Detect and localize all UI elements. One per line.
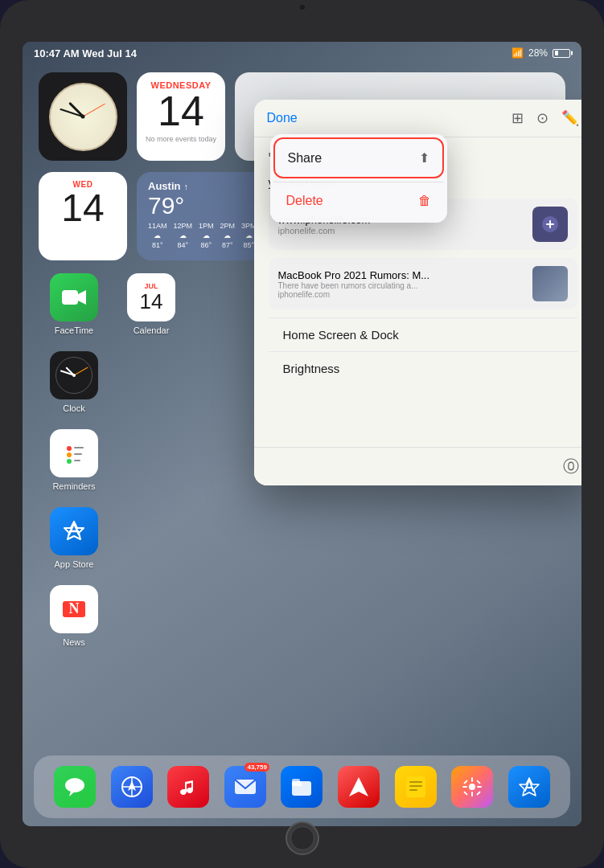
app-clock[interactable]: Clock [45, 351, 103, 413]
app-calendar[interactable]: Jul 14 Calendar [122, 273, 180, 335]
svg-marker-13 [69, 791, 76, 796]
status-bar: 10:47 AM Wed Jul 14 📶 28% [23, 42, 581, 64]
home-button-inner [290, 826, 314, 850]
trash-icon: 🗑 [418, 194, 431, 208]
svg-rect-34 [463, 791, 468, 796]
notes-menu-homescreen[interactable]: Home Screen & Dock [269, 317, 577, 351]
apps-row-5: N News [39, 585, 565, 647]
clock-widget[interactable] [39, 72, 127, 161]
facetime-icon [50, 273, 98, 321]
notes-article-title: MacBook Pro 2021 Rumors: M... [278, 269, 430, 281]
notes-grid-icon[interactable]: ⊞ [512, 109, 524, 127]
weather-city: Austin ↑ [148, 180, 188, 192]
svg-rect-5 [74, 447, 84, 448]
front-camera [300, 5, 305, 10]
svg-rect-31 [477, 786, 482, 788]
weather-arrow-icon: ↑ [183, 182, 188, 191]
dock-photos[interactable] [451, 766, 493, 808]
notes-link-1-thumb [532, 207, 568, 242]
notes-siri-icon[interactable]: ⓪ [563, 456, 579, 477]
context-menu-share[interactable]: Share ⬆ [273, 137, 444, 178]
notes-link-1-url: iphonelife.com [278, 226, 371, 235]
cal-small-date: 14 [61, 189, 104, 227]
app-appstore[interactable]: App Store [45, 507, 103, 569]
dock-direct[interactable] [338, 766, 380, 808]
svg-point-12 [65, 778, 84, 792]
dock: 43,759 [34, 755, 570, 818]
notes-done-button[interactable]: Done [267, 111, 298, 125]
svg-marker-1 [78, 290, 86, 305]
svg-rect-35 [476, 791, 481, 796]
status-right: 📶 28% [512, 47, 570, 59]
svg-rect-28 [471, 777, 473, 782]
appstore-label: App Store [55, 559, 94, 569]
svg-rect-29 [471, 792, 473, 796]
dock-music[interactable] [167, 766, 209, 808]
svg-point-4 [67, 459, 72, 464]
svg-rect-0 [62, 290, 78, 305]
delete-label: Delete [286, 194, 323, 208]
forecast-12pm: 12PM☁84° [174, 222, 193, 249]
notes-menu-icon[interactable]: ⊙ [536, 109, 549, 127]
svg-point-27 [469, 784, 475, 790]
dock-safari[interactable] [111, 766, 153, 808]
notes-article-subtitle: There have been rumors circulating a... [278, 281, 437, 290]
dock-files[interactable] [281, 766, 323, 808]
news-label: News [63, 637, 85, 647]
app-reminders[interactable]: Reminders [45, 429, 103, 491]
notes-compose-icon[interactable]: ✏️ [561, 109, 579, 127]
svg-rect-21 [292, 779, 300, 784]
battery-fill [555, 51, 559, 55]
clock-icon-face [55, 357, 92, 394]
calendar-date: 14 [158, 90, 204, 132]
battery-icon [553, 49, 570, 58]
battery-percent: 28% [528, 47, 548, 59]
context-menu-delete[interactable]: Delete 🗑 [273, 182, 444, 219]
svg-rect-24 [409, 781, 422, 783]
svg-rect-30 [462, 786, 467, 788]
appstore-icon [50, 507, 98, 555]
svg-rect-33 [476, 780, 481, 784]
dock-mail[interactable]: 43,759 [224, 766, 266, 808]
screen: 10:47 AM Wed Jul 14 📶 28% [23, 42, 581, 826]
notes-bottom-bar: ⓪ [254, 447, 582, 485]
dock-appstore[interactable] [508, 766, 550, 808]
dock-notes[interactable] [395, 766, 437, 808]
reminders-icon [50, 429, 98, 477]
status-time: 10:47 AM Wed Jul 14 [34, 47, 137, 59]
calendar-icon: Jul 14 [127, 273, 175, 321]
home-button[interactable] [286, 821, 319, 855]
notes-menu-brightness[interactable]: Brightness [269, 351, 577, 385]
app-facetime[interactable]: FaceTime [45, 273, 103, 335]
svg-rect-32 [463, 780, 468, 784]
mail-badge: 43,759 [244, 763, 269, 772]
share-label: Share [288, 151, 323, 166]
svg-text:N: N [69, 600, 80, 616]
clock-center [81, 115, 85, 119]
clock-icon [50, 351, 98, 399]
reminders-label: Reminders [52, 481, 95, 491]
wifi-icon: 📶 [512, 47, 524, 59]
facetime-label: FaceTime [55, 326, 94, 335]
share-icon: ⬆ [419, 150, 429, 166]
news-icon: N [50, 585, 98, 633]
forecast-11am: 11AM☁81° [148, 222, 167, 249]
dock-messages[interactable] [54, 766, 96, 808]
context-menu: Share ⬆ Delete 🗑 [270, 134, 447, 223]
apps-row-4: App Store [39, 507, 565, 569]
svg-point-2 [67, 446, 72, 451]
notes-article[interactable]: MacBook Pro 2021 Rumors: M... There have… [269, 258, 577, 309]
calendar-small-widget[interactable]: WED 14 [39, 172, 127, 260]
svg-rect-26 [409, 789, 417, 791]
svg-rect-7 [74, 460, 80, 461]
calendar-label: Calendar [134, 326, 170, 335]
second-hand [83, 104, 105, 117]
app-news[interactable]: N News [45, 585, 103, 647]
notes-article-url: iphonelife.com [278, 290, 437, 299]
svg-marker-22 [349, 777, 368, 796]
weather-temp: 79° [148, 192, 188, 219]
svg-rect-25 [409, 785, 422, 787]
calendar-widget-large[interactable]: WEDNESDAY 14 No more events today [137, 72, 225, 161]
clock-label: Clock [63, 403, 85, 413]
ipad-frame: 10:47 AM Wed Jul 14 📶 28% [0, 0, 604, 868]
